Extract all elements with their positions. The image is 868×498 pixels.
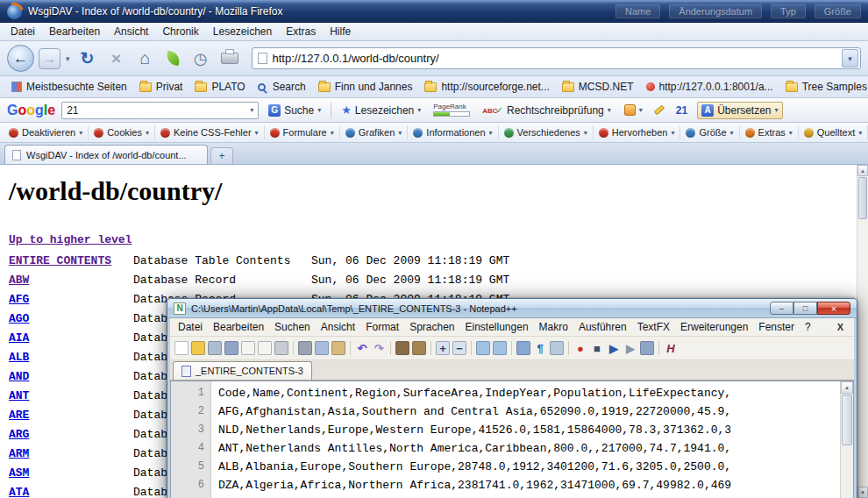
scroll-down-button[interactable]: ▼ xyxy=(857,487,868,498)
editor-scrollbar[interactable]: ▲ xyxy=(840,381,853,498)
cut-icon[interactable] xyxy=(298,341,312,355)
reload-button[interactable]: ↻ xyxy=(75,46,100,71)
reload-timer-icon[interactable]: ◷ xyxy=(189,46,213,71)
translate-button[interactable]: A Übersetzen ▾ xyxy=(697,102,782,119)
listing-link-arg[interactable]: ARG xyxy=(9,428,29,441)
menu-ansicht[interactable]: Ansicht xyxy=(107,24,155,39)
google-search-input[interactable]: 21 ▾ xyxy=(61,102,259,119)
spellcheck-button[interactable]: ABC✓ Rechtschreibprüfung ▾ xyxy=(479,103,614,118)
paste-icon[interactable] xyxy=(331,341,345,355)
word-find-button[interactable]: 21 xyxy=(672,103,691,118)
notepad-menu-textfx[interactable]: TextFX xyxy=(632,319,675,335)
redo-icon[interactable]: ↷ xyxy=(372,341,386,355)
notepad-menu-bearbeiten[interactable]: Bearbeiten xyxy=(208,319,269,335)
notepad-menu-help[interactable]: ? xyxy=(800,319,816,335)
stop-button[interactable]: × xyxy=(104,46,129,71)
webdev-gr-e[interactable]: Größe▾ xyxy=(680,125,739,139)
notepad-menu-erweiterungen[interactable]: Erweiterungen xyxy=(675,319,753,335)
sync-horizontal-icon[interactable] xyxy=(493,341,507,355)
webdev-deaktivieren[interactable]: Deaktivieren▾ xyxy=(4,125,89,139)
scroll-up-button[interactable]: ▲ xyxy=(857,165,868,176)
close-button[interactable]: × xyxy=(817,302,850,315)
webdev-quelltext[interactable]: Quelltext▾ xyxy=(799,125,868,139)
close-all-docs-icon[interactable] xyxy=(258,341,272,355)
listing-link-aia[interactable]: AIA xyxy=(9,331,29,345)
firefox-titlebar[interactable]: WsgiDAV - Index of /world-db/country/ - … xyxy=(0,0,868,23)
google-search-button[interactable]: G Suche ▾ xyxy=(265,103,324,118)
google-bookmarks-button[interactable]: ★ Lesezeichen ▾ xyxy=(338,102,424,118)
menu-chronik[interactable]: Chronik xyxy=(155,24,205,39)
open-folder-icon[interactable] xyxy=(191,341,205,355)
bookmark-mcsd-net[interactable]: MCSD.NET xyxy=(556,79,640,95)
copy-icon[interactable] xyxy=(315,341,329,355)
listing-link-ant[interactable]: ANT xyxy=(9,389,29,402)
print-icon[interactable] xyxy=(274,341,288,355)
indent-guide-icon[interactable] xyxy=(550,341,564,355)
pagerank-indicator[interactable]: PageRank xyxy=(430,103,473,117)
sync-vertical-icon[interactable] xyxy=(476,341,490,355)
undo-icon[interactable]: ↶ xyxy=(355,341,369,355)
new-tab-button[interactable]: + xyxy=(210,147,233,164)
back-button[interactable]: ← xyxy=(7,45,34,72)
listing-link-arm[interactable]: ARM xyxy=(9,447,29,460)
notepad-menu-suchen[interactable]: Suchen xyxy=(269,319,316,335)
run-macro-multiple-icon[interactable]: ▶ xyxy=(623,341,637,355)
maximize-button[interactable]: □ xyxy=(793,302,817,315)
scrollbar-thumb[interactable] xyxy=(858,177,867,219)
new-file-icon[interactable] xyxy=(174,341,189,355)
show-all-characters-icon[interactable]: ¶ xyxy=(533,341,547,355)
webdev-hervorheben[interactable]: Hervorheben▾ xyxy=(594,125,681,139)
webdev-verschiedenes[interactable]: Verschiedenes▾ xyxy=(499,125,594,139)
zoom-in-icon[interactable]: + xyxy=(436,341,450,355)
notepad-menu-format[interactable]: Format xyxy=(360,319,404,335)
url-dropdown-button[interactable]: ▾ xyxy=(842,49,858,68)
autofill-button[interactable]: ▾ xyxy=(621,103,646,117)
editor[interactable]: 123456 Code,Name,Continent,Region,Surfac… xyxy=(170,381,854,498)
url-text[interactable]: http://127.0.0.1/world-db/country/ xyxy=(273,52,836,65)
search-history-dropdown-icon[interactable]: ▾ xyxy=(250,106,253,114)
notepad-menu-einstellungen[interactable]: Einstellungen xyxy=(460,319,534,335)
home-button[interactable]: ⌂ xyxy=(133,46,158,71)
sage-rss-icon[interactable] xyxy=(165,51,180,66)
notepad-menu-makro[interactable]: Makro xyxy=(534,319,573,335)
notepad-titlebar[interactable]: N C:\Users\Martin\AppData\Local\Temp\_EN… xyxy=(167,299,857,318)
listing-link-and[interactable]: AND xyxy=(9,370,29,383)
webdev-extras[interactable]: Extras▾ xyxy=(740,125,799,139)
word-wrap-icon[interactable] xyxy=(516,341,530,355)
listing-link-ata[interactable]: ATA xyxy=(9,486,29,498)
menubar-close-button[interactable]: X xyxy=(829,322,851,332)
scroll-up-button[interactable]: ▲ xyxy=(841,381,853,394)
bookmark-finn-und-jannes[interactable]: Finn und Jannes xyxy=(312,79,419,95)
bookmark-privat[interactable]: Privat xyxy=(133,79,189,95)
record-macro-icon[interactable]: ● xyxy=(573,341,587,355)
listing-link-ago[interactable]: AGO xyxy=(9,312,29,325)
bookmark-meistbesuchte-seiten[interactable]: Meistbesuchte Seiten xyxy=(5,79,133,95)
tab-wsgidav-index[interactable]: WsgiDAV - Index of /world-db/count... xyxy=(4,145,208,164)
webdev-informationen[interactable]: Informationen▾ xyxy=(408,125,498,139)
listing-link-afg[interactable]: AFG xyxy=(9,293,29,306)
page-scrollbar[interactable]: ▲ ▼ xyxy=(857,165,868,498)
scrollbar-track[interactable] xyxy=(857,220,868,487)
listing-link-entire-contents[interactable]: ENTIRE CONTENTS xyxy=(9,254,111,267)
forward-button[interactable]: → xyxy=(39,48,60,69)
listing-link-alb[interactable]: ALB xyxy=(9,351,29,364)
notepad-menu-sprachen[interactable]: Sprachen xyxy=(404,319,459,335)
save-macro-icon[interactable] xyxy=(640,341,654,355)
menu-lesezeichen[interactable]: Lesezeichen xyxy=(206,24,279,39)
webdev-formulare[interactable]: Formulare▾ xyxy=(265,125,340,139)
notepad-menu-fenster[interactable]: Fenster xyxy=(753,319,800,335)
minimize-button[interactable]: – xyxy=(770,302,793,315)
notepad-menu-datei[interactable]: Datei xyxy=(173,319,208,335)
bookmark-tree-samples[interactable]: Tree Samples xyxy=(779,79,868,95)
code-area[interactable]: Code,Name,Continent,Region,SurfaceArea,I… xyxy=(211,381,840,498)
menu-datei[interactable]: Datei xyxy=(4,24,42,39)
zoom-out-icon[interactable]: − xyxy=(452,341,466,355)
bookmark-http-sourceforge-net[interactable]: http://sourceforge.net... xyxy=(418,79,555,95)
play-macro-icon[interactable]: ▶ xyxy=(607,341,621,355)
replace-icon[interactable] xyxy=(412,341,426,355)
stop-recording-icon[interactable]: ■ xyxy=(590,341,604,355)
print-icon[interactable] xyxy=(221,53,238,64)
find-icon[interactable] xyxy=(395,341,409,355)
close-doc-icon[interactable] xyxy=(241,341,255,355)
save-all-icon[interactable] xyxy=(224,341,238,355)
